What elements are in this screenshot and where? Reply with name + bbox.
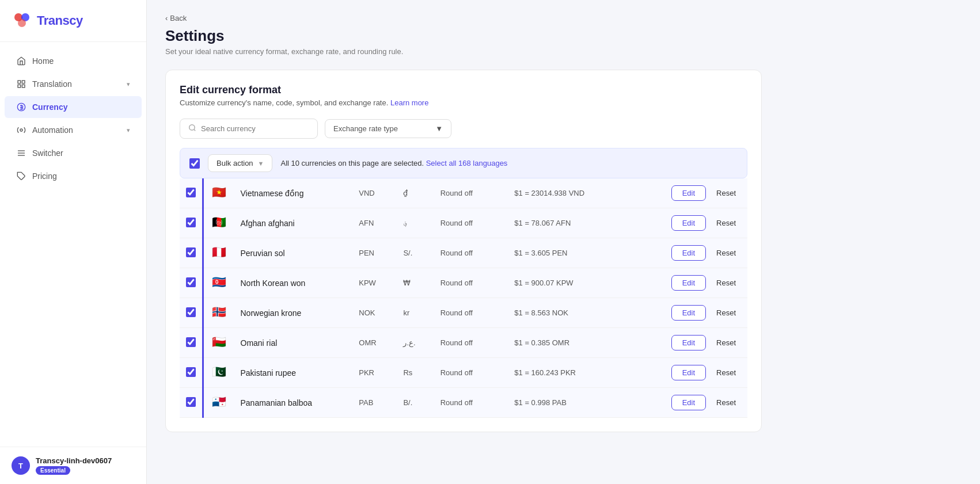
back-label: Back [170, 14, 187, 22]
flag-icon: 🇴🇲 [210, 335, 229, 349]
sidebar-item-label-automation: Automation [32, 125, 73, 135]
currency-rate: $1 = 23014.938 VND [508, 178, 642, 208]
flag-icon: 🇻🇳 [210, 185, 229, 199]
currency-symbol: ₫ [397, 178, 434, 208]
bulk-select-all-checkbox[interactable] [189, 158, 200, 169]
row-checkbox[interactable] [186, 277, 196, 287]
row-checkbox-cell [180, 328, 203, 358]
translation-icon [16, 79, 26, 89]
reset-button[interactable]: Reset [711, 276, 742, 290]
edit-button[interactable]: Edit [671, 245, 706, 261]
reset-button[interactable]: Reset [711, 365, 742, 380]
currency-code: VND [353, 178, 397, 208]
currency-rate: $1 = 3.605 PEN [508, 238, 642, 268]
currency-rate: $1 = 160.243 PKR [508, 358, 642, 388]
edit-button[interactable]: Edit [671, 215, 706, 231]
row-checkbox[interactable] [186, 337, 196, 347]
footer-user-info: Transcy-linh-dev0607 Essential [36, 456, 135, 475]
row-checkbox[interactable] [186, 307, 196, 317]
svg-line-14 [194, 129, 196, 131]
reset-button[interactable]: Reset [711, 216, 742, 230]
table-row: 🇵🇪 Peruvian sol PEN S/. Round off $1 = 3… [180, 238, 747, 268]
row-checkbox[interactable] [186, 247, 196, 257]
flag-cell: 🇻🇳 [203, 178, 235, 208]
row-actions: Edit Reset [642, 328, 747, 358]
table-row: 🇵🇰 Pakistani rupee PKR Rs Round off $1 =… [180, 358, 747, 388]
learn-more-link[interactable]: Learn more [390, 98, 428, 107]
svg-rect-6 [22, 85, 25, 87]
row-checkbox[interactable] [186, 367, 196, 377]
sidebar-item-label-switcher: Switcher [32, 148, 63, 158]
flag-icon: 🇳🇴 [210, 305, 229, 319]
bulk-action-bar: Bulk action ▼ All 10 currencies on this … [180, 148, 747, 178]
page-title: Settings [165, 27, 762, 45]
row-actions: Edit Reset [642, 268, 747, 298]
table-row: 🇰🇵 North Korean won KPW ₩ Round off $1 =… [180, 268, 747, 298]
svg-rect-3 [18, 81, 21, 83]
automation-icon [16, 125, 26, 135]
row-actions: Edit Reset [642, 358, 747, 388]
search-icon [188, 124, 196, 134]
table-row: 🇴🇲 Omani rial OMR ع.ر. Round off $1 = 0.… [180, 328, 747, 358]
edit-button[interactable]: Edit [671, 395, 706, 410]
svg-point-13 [189, 125, 195, 130]
card-subtitle: Customize currency's name, code, symbol,… [180, 98, 747, 107]
search-input[interactable] [201, 124, 309, 133]
row-checkbox[interactable] [186, 218, 196, 227]
table-row: 🇳🇴 Norwegian krone NOK kr Round off $1 =… [180, 298, 747, 328]
edit-button[interactable]: Edit [671, 335, 706, 350]
currency-symbol: kr [397, 298, 434, 328]
row-checkbox-cell [180, 178, 203, 208]
reset-button[interactable]: Reset [711, 336, 742, 350]
currency-round-type: Round off [435, 178, 509, 208]
currency-code: AFN [353, 208, 397, 238]
currency-symbol: B/. [397, 388, 434, 418]
user-badge: Essential [36, 466, 70, 475]
main-content-area: ‹ Back Settings Set your ideal native cu… [147, 0, 980, 484]
card-title: Edit currency format [180, 84, 747, 96]
flag-cell: 🇵🇰 [203, 358, 235, 388]
reset-button[interactable]: Reset [711, 246, 742, 260]
row-checkbox[interactable] [186, 397, 196, 407]
sidebar-item-currency[interactable]: Currency [5, 96, 142, 118]
bulk-action-button[interactable]: Bulk action ▼ [208, 154, 272, 172]
back-button[interactable]: ‹ Back [165, 14, 762, 22]
svg-rect-5 [18, 85, 21, 87]
pricing-icon [16, 171, 26, 181]
search-box[interactable] [180, 119, 318, 139]
exchange-rate-dropdown[interactable]: Exchange rate type ▼ [325, 119, 451, 138]
edit-button[interactable]: Edit [671, 275, 706, 291]
sidebar-item-home[interactable]: Home [5, 50, 142, 72]
currency-code: PAB [353, 388, 397, 418]
currency-name: North Korean won [235, 268, 354, 298]
sidebar-item-label-currency: Currency [32, 102, 67, 112]
sidebar-item-automation[interactable]: Automation ▾ [5, 119, 142, 141]
row-checkbox-cell [180, 208, 203, 238]
page-subtitle: Set your ideal native currency format, e… [165, 47, 762, 56]
bulk-action-chevron-icon: ▼ [258, 160, 264, 167]
currency-symbol: ₩ [397, 268, 434, 298]
currency-rate: $1 = 78.067 AFN [508, 208, 642, 238]
reset-button[interactable]: Reset [711, 186, 742, 200]
sidebar-nav: Home Translation ▾ Currency Automation ▾ [0, 42, 146, 447]
flag-icon: 🇵🇰 [210, 365, 229, 379]
reset-button[interactable]: Reset [711, 395, 742, 410]
flag-cell: 🇰🇵 [203, 268, 235, 298]
flag-cell: 🇴🇲 [203, 328, 235, 358]
edit-button[interactable]: Edit [671, 365, 706, 380]
currency-round-type: Round off [435, 268, 509, 298]
sidebar-item-switcher[interactable]: Switcher [5, 142, 142, 164]
currency-round-type: Round off [435, 238, 509, 268]
flag-cell: 🇳🇴 [203, 298, 235, 328]
exchange-rate-chevron-icon: ▼ [435, 124, 443, 133]
edit-button[interactable]: Edit [671, 185, 706, 201]
sidebar-item-translation[interactable]: Translation ▾ [5, 73, 142, 95]
row-checkbox[interactable] [186, 188, 196, 197]
currency-symbol: ؋ [397, 208, 434, 238]
currency-name: Panamanian balboa [235, 388, 354, 418]
row-actions: Edit Reset [642, 238, 747, 268]
select-all-link[interactable]: Select all 168 languages [426, 159, 508, 167]
edit-button[interactable]: Edit [671, 305, 706, 321]
sidebar-item-pricing[interactable]: Pricing [5, 165, 142, 187]
reset-button[interactable]: Reset [711, 306, 742, 320]
